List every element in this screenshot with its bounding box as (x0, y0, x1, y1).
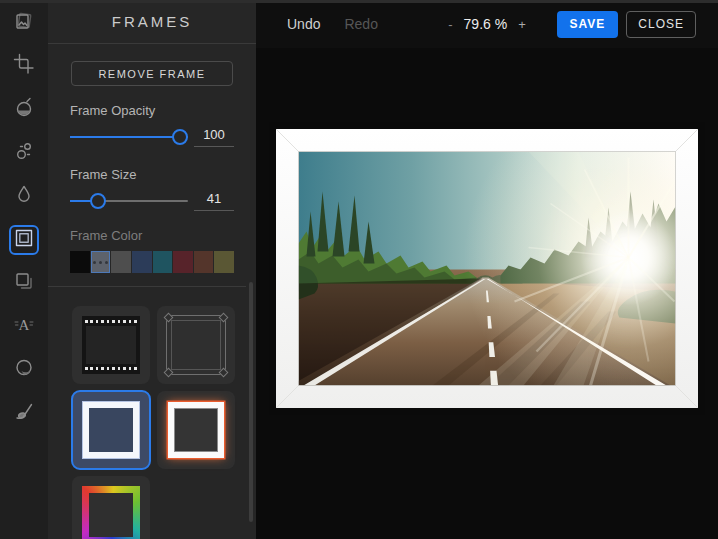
frame-opacity-slider[interactable] (70, 124, 188, 150)
liquify-icon (13, 96, 35, 122)
frame-opacity-knob[interactable] (172, 129, 188, 145)
top-bar: Undo Redo - 79.6 % + SAVE CLOSE (256, 0, 718, 48)
text-tool-button[interactable]: A (9, 312, 39, 342)
filter-drop-icon (13, 183, 35, 209)
sticker-icon (13, 357, 35, 383)
frame-style-white-glow[interactable] (157, 391, 235, 469)
classic-white-frame-preview (83, 402, 139, 458)
color-swatch-5[interactable] (173, 251, 193, 273)
frame-color-label: Frame Color (70, 228, 256, 243)
frame-opacity-label: Frame Opacity (70, 103, 256, 118)
draw-tool-button[interactable] (9, 398, 39, 428)
frame-size-value[interactable]: 41 (194, 191, 234, 211)
frames-icon (13, 227, 35, 253)
framed-photo[interactable] (269, 122, 705, 415)
ornate-frame-preview (166, 315, 226, 375)
frame-style-classic-white[interactable] (72, 391, 150, 469)
liquify-tool-button[interactable] (9, 94, 39, 124)
slider-track[interactable] (70, 200, 188, 202)
crop-icon (13, 53, 35, 79)
frame-style-list (72, 306, 236, 539)
photo-editor-window: A FRAMES REMOVE FRAME Frame Opacity (0, 0, 718, 539)
frame-color-swatches (70, 251, 234, 273)
svg-text:A: A (19, 317, 30, 333)
panel-header: FRAMES (48, 0, 256, 44)
photo-icon (13, 10, 35, 36)
photo-tool-button[interactable] (9, 8, 39, 38)
zoom-level[interactable]: 79.6 % (464, 16, 508, 32)
road-photo-with-white-frame (269, 122, 705, 415)
tool-sidebar: A (0, 0, 48, 539)
close-button[interactable]: CLOSE (626, 11, 696, 38)
white-glow-frame-preview (168, 402, 224, 458)
frame-size-slider[interactable] (70, 188, 188, 214)
frame-style-rainbow[interactable] (72, 476, 150, 539)
custom-color-dots (91, 251, 111, 273)
slider-track[interactable] (70, 136, 188, 138)
sticker-tool-button[interactable] (9, 355, 39, 385)
frame-opacity-value[interactable]: 100 (194, 127, 234, 147)
editor-canvas[interactable] (256, 48, 718, 539)
panel-scrollbar[interactable] (249, 282, 253, 522)
zoom-controls: - 79.6 % + (448, 16, 526, 32)
layers-icon (13, 270, 35, 296)
text-icon: A (13, 314, 35, 340)
zoom-in-button[interactable]: + (518, 17, 526, 32)
adjust-icon (13, 140, 35, 166)
film-strip-frame-preview (82, 316, 140, 374)
rainbow-frame-preview (82, 486, 140, 539)
redo-button[interactable]: Redo (344, 16, 377, 32)
frame-size-label: Frame Size (70, 167, 256, 182)
panel-title: FRAMES (112, 13, 193, 30)
save-button[interactable]: SAVE (557, 11, 619, 38)
color-swatch-6[interactable] (194, 251, 214, 273)
adjust-tool-button[interactable] (9, 138, 39, 168)
remove-frame-button[interactable]: REMOVE FRAME (71, 61, 233, 86)
color-swatch-1[interactable] (91, 251, 111, 273)
frame-size-knob[interactable] (90, 193, 106, 209)
layers-tool-button[interactable] (9, 268, 39, 298)
color-swatch-7[interactable] (214, 251, 234, 273)
frame-style-film-strip[interactable] (72, 306, 150, 384)
frames-panel: FRAMES REMOVE FRAME Frame Opacity 100 Fr… (48, 0, 256, 539)
draw-icon (13, 400, 35, 426)
color-swatch-3[interactable] (132, 251, 152, 273)
color-swatch-2[interactable] (111, 251, 131, 273)
frames-tool-button[interactable] (9, 225, 39, 255)
zoom-out-button[interactable]: - (448, 17, 452, 32)
panel-divider (48, 286, 246, 287)
window-top-edge (0, 0, 718, 3)
color-swatch-0[interactable] (70, 251, 90, 273)
undo-button[interactable]: Undo (287, 16, 320, 32)
frame-opacity-fill (70, 136, 180, 138)
frame-style-ornate[interactable] (157, 306, 235, 384)
color-swatch-4[interactable] (153, 251, 173, 273)
crop-tool-button[interactable] (9, 51, 39, 81)
filter-tool-button[interactable] (9, 181, 39, 211)
